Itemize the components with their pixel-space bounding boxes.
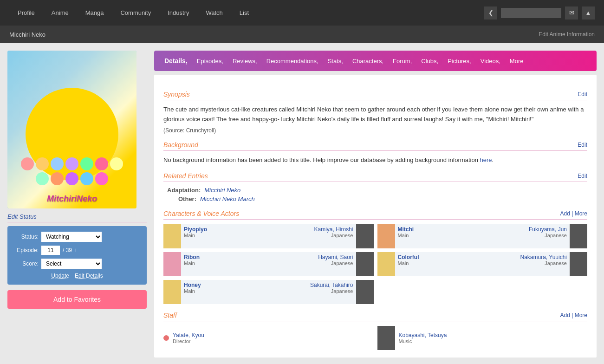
status-actions: Update Edit Details	[13, 273, 141, 279]
background-link[interactable]: here	[480, 156, 492, 163]
content: Details, Episodes, Reviews, Recommendati…	[154, 51, 597, 358]
tab-recommendations[interactable]: Recommendations,	[262, 51, 323, 71]
va-info-4: Sakurai, Takahiro Japanese	[307, 280, 356, 304]
prev-button[interactable]: ❮	[484, 6, 497, 20]
char-name-3[interactable]: Colorful	[398, 254, 515, 260]
add-favorites-button[interactable]: Add to Favorites	[7, 290, 147, 309]
char-role-1: Main	[398, 233, 523, 238]
related-edit[interactable]: Edit	[578, 173, 587, 179]
edit-status-title: Edit Status	[7, 213, 147, 222]
update-button[interactable]: Update	[51, 273, 69, 279]
breadcrumb-title: Micchiri Neko	[9, 31, 45, 38]
va-avatar-2	[356, 252, 374, 276]
related-link-0[interactable]: Micchiri Neko	[204, 187, 240, 194]
tab-more[interactable]: More	[505, 51, 528, 71]
staff-add[interactable]: Add	[560, 312, 570, 318]
va-avatar-1	[570, 224, 587, 248]
va-name-2[interactable]: Hayami, Saori	[318, 254, 353, 260]
tab-stats[interactable]: Stats,	[323, 51, 348, 71]
related-type-0: Adaptation:	[167, 187, 201, 194]
va-name-3[interactable]: Nakamura, Yuuichi	[520, 254, 567, 260]
nav-anime[interactable]: Anime	[43, 0, 77, 26]
char-info-4: Honey Main	[181, 280, 307, 304]
nav-watch[interactable]: Watch	[197, 0, 231, 26]
characters-grid: Piyopiyo Main Kamiya, Hiroshi Japanese M…	[163, 224, 587, 304]
background-text: No background information has been added…	[163, 156, 587, 165]
nav-community[interactable]: Community	[112, 0, 159, 26]
staff-add-more: Add | More	[560, 312, 588, 318]
char-name-0[interactable]: Piyopiyo	[184, 226, 308, 233]
navbar: Profile Anime Manga Community Industry W…	[0, 0, 604, 26]
char-entry-0: Piyopiyo Main Kamiya, Hiroshi Japanese	[163, 224, 374, 248]
search-input[interactable]	[501, 8, 561, 18]
status-select[interactable]: Watching Completed On-Hold Dropped Plan …	[41, 232, 102, 242]
episode-label: Episode:	[13, 247, 39, 254]
char-info-3: Colorful Main	[395, 252, 518, 276]
char-avatar-0	[163, 224, 181, 248]
char-role-0: Main	[184, 233, 308, 238]
tab-episodes[interactable]: Episodes,	[192, 51, 228, 71]
char-name-1[interactable]: Mitchi	[398, 226, 523, 233]
va-info-2: Hayami, Saori Japanese	[315, 252, 356, 276]
sidebar: MitchiriNeko Edit Status Status: Watchin…	[7, 51, 147, 358]
synopsis-edit[interactable]: Edit	[578, 91, 587, 98]
background-header: Background Edit	[163, 141, 587, 151]
breadcrumb-edit-link[interactable]: Edit Anime Information	[539, 31, 595, 38]
va-name-0[interactable]: Kamiya, Hiroshi	[314, 226, 353, 233]
user-icon-button[interactable]: ▲	[582, 6, 595, 20]
char-role-2: Main	[184, 260, 312, 266]
navbar-links: Profile Anime Manga Community Industry W…	[9, 0, 484, 26]
staff-dot-0	[163, 335, 169, 341]
synopsis-section: Synopsis Edit The cute and mysterious ca…	[163, 91, 587, 134]
related-link-1[interactable]: Micchiri Neko March	[200, 195, 255, 202]
synopsis-title: Synopsis	[163, 91, 190, 98]
related-header: Related Entries Edit	[163, 172, 587, 182]
characters-add-more: Add | More	[560, 210, 588, 217]
synopsis-header: Synopsis Edit	[163, 91, 587, 100]
nav-manga[interactable]: Manga	[77, 0, 112, 26]
va-lang-4: Japanese	[310, 288, 353, 294]
tab-clubs[interactable]: Clubs,	[416, 51, 443, 71]
staff-info-0: Yatate, Kyou Director	[173, 332, 204, 344]
score-select[interactable]: Select 10987 6543 21	[41, 259, 102, 269]
staff-name-1[interactable]: Kobayashi, Tetsuya	[399, 332, 447, 338]
episode-input[interactable]	[41, 246, 60, 255]
char-info-2: Ribon Main	[181, 252, 315, 276]
va-name-1[interactable]: Fukuyama, Jun	[529, 226, 567, 233]
characters-more[interactable]: More	[575, 210, 587, 217]
staff-section: Staff Add | More Yatate, Kyou Director	[163, 312, 587, 350]
va-name-4[interactable]: Sakurai, Takahiro	[310, 282, 353, 288]
char-name-2[interactable]: Ribon	[184, 254, 312, 260]
tab-characters[interactable]: Characters,	[348, 51, 388, 71]
nav-profile[interactable]: Profile	[9, 0, 43, 26]
characters-add[interactable]: Add	[560, 210, 570, 217]
content-body: Synopsis Edit The cute and mysterious ca…	[154, 75, 597, 358]
mail-icon-button[interactable]: ✉	[565, 6, 578, 20]
tab-reviews[interactable]: Reviews,	[228, 51, 262, 71]
staff-info-1: Kobayashi, Tetsuya Music	[399, 332, 447, 344]
staff-more[interactable]: More	[575, 312, 587, 318]
tab-details[interactable]: Details,	[160, 51, 192, 71]
char-name-4[interactable]: Honey	[184, 282, 305, 288]
va-lang-2: Japanese	[318, 260, 353, 266]
anime-cover: MitchiriNeko	[7, 51, 136, 208]
related-section: Related Entries Edit Adaptation: Micchir…	[163, 172, 587, 202]
background-edit[interactable]: Edit	[578, 142, 587, 148]
status-label: Status:	[13, 234, 39, 240]
breadcrumb-bar: Micchiri Neko Edit Anime Information	[0, 26, 604, 43]
char-info-0: Piyopiyo Main	[181, 224, 311, 248]
edit-details-button[interactable]: Edit Details	[75, 273, 103, 279]
nav-industry[interactable]: Industry	[159, 0, 197, 26]
tab-forum[interactable]: Forum,	[388, 51, 416, 71]
staff-role-1: Music	[399, 338, 447, 344]
episode-total: / 39 +	[63, 247, 77, 254]
tab-pictures[interactable]: Pictures,	[443, 51, 476, 71]
staff-name-0[interactable]: Yatate, Kyou	[173, 332, 204, 338]
main-layout: MitchiriNeko Edit Status Status: Watchin…	[0, 43, 604, 364]
staff-role-0: Director	[173, 338, 204, 344]
nav-list[interactable]: List	[231, 0, 257, 26]
tab-bar: Details, Episodes, Reviews, Recommendati…	[154, 51, 597, 71]
navbar-right: ❮ ✉ ▲	[484, 6, 595, 20]
tab-videos[interactable]: Videos,	[476, 51, 505, 71]
related-type-1: Other:	[178, 195, 196, 202]
